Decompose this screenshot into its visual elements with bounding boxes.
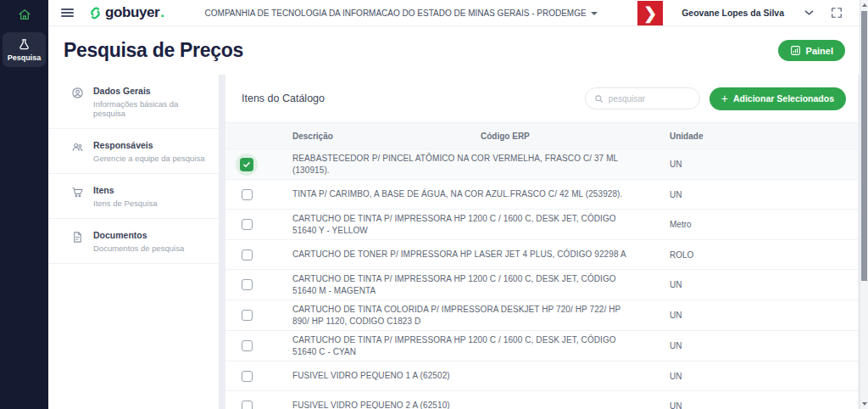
nav-item-itens[interactable]: Itens Itens de Pesquisa <box>48 174 219 219</box>
item-unit: ROLO <box>670 250 858 260</box>
nav-item-documentos[interactable]: Documentos Documentos de pesquisa <box>48 219 219 264</box>
item-unit: UN <box>670 372 858 381</box>
hamburger-menu-icon[interactable] <box>61 7 74 20</box>
item-description: REABASTECEDOR P/ PINCEL ATÔMICO NA COR V… <box>268 153 670 176</box>
item-unit: UN <box>670 341 858 350</box>
item-unit: UN <box>670 160 858 169</box>
catalog-panel: Itens do Catálogo + Adicionar Selecionad… <box>225 75 858 409</box>
table-row: CARTUCHO DE TINTA P/ IMPRESSORA HP 1200 … <box>225 210 858 240</box>
user-name: Geovane Lopes da Silva <box>682 8 784 18</box>
table-row: CARTUCHO DE TONER P/ IMPRESSORA HP LASER… <box>225 240 858 270</box>
gobuyer-logo: gobuyer. <box>88 4 164 21</box>
add-button-label: Adicionar Selecionados <box>733 93 834 104</box>
table-body: REABASTECEDOR P/ PINCEL ATÔMICO NA COR V… <box>225 149 858 409</box>
item-unit: Metro <box>670 220 858 229</box>
scrollbar-thumb[interactable] <box>861 11 867 281</box>
document-icon <box>71 231 84 253</box>
checkbox-unchecked[interactable] <box>242 189 253 200</box>
table-row: REABASTECEDOR P/ PINCEL ATÔMICO NA COR V… <box>225 149 858 180</box>
catalog-title: Itens do Catálogo <box>242 92 585 104</box>
search-box <box>585 87 700 109</box>
checkbox-unchecked[interactable] <box>242 310 253 321</box>
item-description: CARTUCHO DE TINTA P/ IMPRESSORA HP 1200 … <box>268 273 670 296</box>
gobuyer-mark-icon <box>88 6 103 20</box>
pesquisa-nav-panel: Dados Gerais Informações básicas da pesq… <box>48 75 220 409</box>
scrollbar[interactable] <box>860 0 868 409</box>
user-circle-icon <box>71 87 84 118</box>
rail-item-label: Pesquisa <box>8 53 42 62</box>
scroll-down-arrow-icon[interactable] <box>862 402 867 406</box>
nav-item-respons-veis[interactable]: Responsáveis Gerencie a equipe da pesqui… <box>48 129 219 174</box>
plus-icon: + <box>721 92 728 105</box>
page-header: Pesquisa de Preços Painel <box>48 26 860 75</box>
company-selector[interactable]: COMPANHIA DE TECNOLOGIA DA INFORMACAO DO… <box>164 8 637 18</box>
table-row: FUSIVEL VIDRO PEQUENO 1 A (62502) UN <box>225 361 858 391</box>
checkbox-unchecked[interactable] <box>242 249 253 261</box>
item-unit: UN <box>670 401 858 409</box>
nav-item-dados-gerais[interactable]: Dados Gerais Informações básicas da pesq… <box>48 75 219 129</box>
painel-button[interactable]: Painel <box>778 40 845 61</box>
page-title: Pesquisa de Preços <box>64 39 243 62</box>
home-button[interactable] <box>0 0 48 21</box>
item-description: CARTUCHO DE TINTA P/ IMPRESSORA HP 1200 … <box>268 213 670 236</box>
table-row: CARTUCHO DE TINTA P/ IMPRESSORA HP 1200 … <box>225 270 858 300</box>
topbar: gobuyer. COMPANHIA DE TECNOLOGIA DA INFO… <box>48 0 860 26</box>
chevron-down-icon <box>591 12 598 15</box>
table-row: TINTA P/ CARIMBO, A BASE DE ÁGUA, NA COR… <box>225 180 858 210</box>
item-description: TINTA P/ CARIMBO, A BASE DE ÁGUA, NA COR… <box>268 188 670 200</box>
item-description: CARTUCHO DE TONER P/ IMPRESSORA HP LASER… <box>268 249 670 261</box>
cart-icon <box>71 186 84 208</box>
search-input[interactable] <box>609 94 691 104</box>
table-header-row: Descrição Código ERP Unidade <box>225 122 858 149</box>
column-header-unidade: Unidade <box>670 132 858 141</box>
checkbox-unchecked[interactable] <box>242 279 253 290</box>
logo-text: gobuyer <box>105 4 159 21</box>
item-description: CARTUCHO DE TINTA COLORIDA P/ IMPRESSORA… <box>268 304 670 327</box>
prodemge-logo: ❯ <box>637 1 663 25</box>
table-row: FUSIVEL VIDRO PEQUENO 2 A (62510) UN <box>225 391 858 409</box>
item-description: FUSIVEL VIDRO PEQUENO 1 A (62502) <box>268 370 670 382</box>
table-row: CARTUCHO DE TINTA P/ IMPRESSORA HP 1200 … <box>225 331 858 361</box>
app-rail: Pesquisa <box>0 0 48 409</box>
item-unit: UN <box>670 280 858 289</box>
painel-button-label: Painel <box>806 46 833 56</box>
column-header-descricao: Descrição <box>268 132 670 141</box>
rail-item-pesquisa[interactable]: Pesquisa <box>3 32 46 67</box>
item-unit: UN <box>670 190 858 199</box>
home-icon <box>18 8 31 21</box>
item-description: CARTUCHO DE TINTA P/ IMPRESSORA HP 1200 … <box>268 334 670 357</box>
checkbox-unchecked[interactable] <box>242 401 253 409</box>
search-icon <box>594 94 604 104</box>
adicionar-selecionados-button[interactable]: + Adicionar Selecionados <box>709 87 846 110</box>
catalog-header: Itens do Catálogo + Adicionar Selecionad… <box>225 75 858 122</box>
user-menu-chevron-icon[interactable] <box>804 9 814 16</box>
chart-panel-icon <box>790 45 801 56</box>
item-description: FUSIVEL VIDRO PEQUENO 2 A (62510) <box>268 400 670 409</box>
column-header-codigo-erp: Código ERP <box>481 132 530 141</box>
fullscreen-icon[interactable] <box>831 7 843 19</box>
users-icon <box>71 141 84 163</box>
check-icon <box>240 158 253 171</box>
item-unit: UN <box>670 311 858 320</box>
checkbox-unchecked[interactable] <box>242 371 253 382</box>
table-row: CARTUCHO DE TINTA COLORIDA P/ IMPRESSORA… <box>225 300 858 331</box>
flask-icon <box>18 38 31 51</box>
checkbox-checked[interactable] <box>236 154 258 176</box>
scroll-up-arrow-icon[interactable] <box>862 3 867 7</box>
checkbox-unchecked[interactable] <box>242 219 253 230</box>
company-name: COMPANHIA DE TECNOLOGIA DA INFORMACAO DO… <box>205 8 587 18</box>
checkbox-unchecked[interactable] <box>242 340 253 351</box>
